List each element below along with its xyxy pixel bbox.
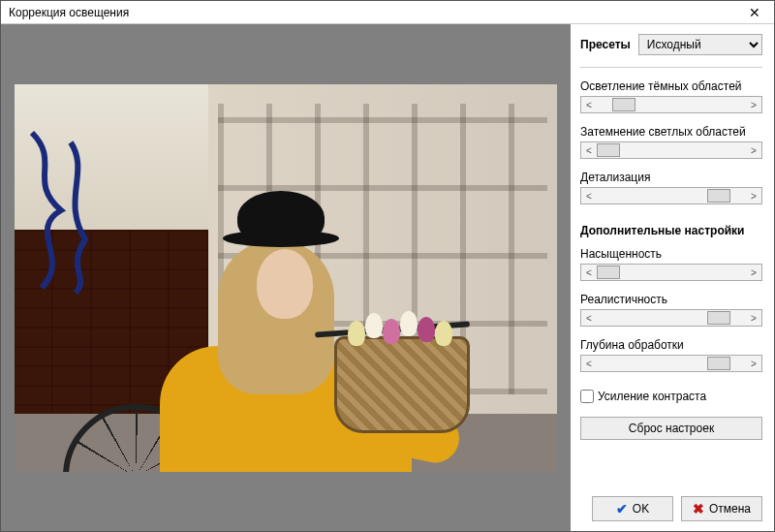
chevron-left-icon[interactable]: <: [581, 310, 597, 326]
slider-label-realism: Реалистичность: [580, 293, 762, 306]
titlebar: Коррекция освещения ✕: [1, 1, 774, 24]
chevron-right-icon[interactable]: >: [746, 97, 761, 112]
cancel-button[interactable]: ✖ Отмена: [681, 496, 762, 521]
slider-lighten-dark[interactable]: < >: [580, 96, 762, 113]
slider-detail[interactable]: < >: [580, 187, 762, 204]
slider-label-detail: Детализация: [580, 171, 762, 184]
chevron-left-icon[interactable]: <: [581, 265, 597, 280]
presets-select[interactable]: Исходный: [638, 34, 762, 55]
check-icon: ✔: [616, 501, 628, 516]
reset-button[interactable]: Сброс настроек: [580, 417, 762, 440]
chevron-right-icon[interactable]: >: [746, 356, 761, 371]
close-button[interactable]: ✕: [735, 1, 774, 24]
chevron-right-icon[interactable]: >: [746, 310, 761, 326]
slider-label-saturation: Насыщенность: [580, 247, 762, 261]
controls-panel: Пресеты Исходный Осветление тёмных облас…: [571, 24, 774, 531]
slider-label-lighten-dark: Осветление тёмных областей: [580, 79, 762, 93]
chevron-left-icon[interactable]: <: [581, 188, 597, 203]
chevron-left-icon[interactable]: <: [581, 142, 597, 158]
slider-saturation[interactable]: < >: [580, 264, 762, 281]
window-title: Коррекция освещения: [9, 6, 129, 19]
slider-label-darken-light: Затемнение светлых областей: [580, 125, 762, 139]
chevron-right-icon[interactable]: >: [746, 265, 761, 280]
close-icon: ✕: [749, 5, 760, 20]
advanced-heading: Дополнительные настройки: [580, 224, 762, 237]
chevron-right-icon[interactable]: >: [746, 142, 761, 158]
chevron-left-icon[interactable]: <: [581, 97, 597, 112]
slider-label-depth: Глубина обработки: [580, 338, 762, 352]
slider-depth[interactable]: < >: [580, 355, 762, 372]
contrast-boost-checkbox[interactable]: [580, 390, 594, 403]
divider: [580, 67, 762, 68]
slider-realism[interactable]: < >: [580, 309, 762, 327]
presets-label: Пресеты: [580, 38, 631, 51]
cross-icon: ✖: [693, 501, 704, 516]
preview-pane: [1, 24, 571, 531]
contrast-boost-label: Усиление контраста: [598, 390, 706, 403]
preview-image: [15, 84, 557, 472]
slider-darken-light[interactable]: < >: [580, 141, 762, 159]
chevron-left-icon[interactable]: <: [581, 356, 597, 371]
ok-button[interactable]: ✔ OK: [592, 496, 673, 521]
contrast-boost-row[interactable]: Усиление контраста: [580, 390, 762, 403]
chevron-right-icon[interactable]: >: [746, 188, 761, 203]
